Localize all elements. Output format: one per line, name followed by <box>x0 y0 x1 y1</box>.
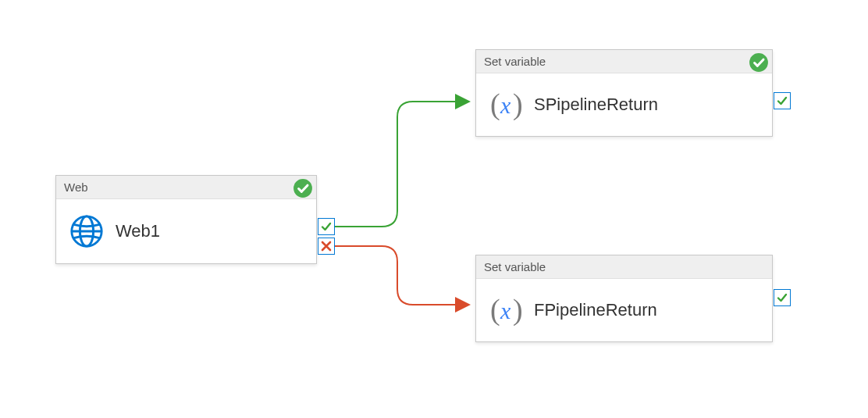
status-success-icon <box>749 52 769 73</box>
activity-name-label: SPipelineReturn <box>534 95 658 115</box>
activity-type-label: Web <box>64 180 88 194</box>
globe-icon <box>69 213 105 249</box>
variable-icon: ( x ) <box>489 88 523 122</box>
svg-point-4 <box>749 53 768 72</box>
activity-header: Set variable <box>476 255 772 279</box>
activity-header: Set variable <box>476 50 772 73</box>
success-port[interactable] <box>318 218 335 235</box>
activity-header: Web <box>56 176 316 199</box>
svg-text:): ) <box>513 88 523 121</box>
svg-point-0 <box>293 179 312 198</box>
connector-success <box>335 94 483 234</box>
failure-port[interactable] <box>318 238 335 255</box>
activity-body: Web1 <box>56 199 316 263</box>
activity-name-label: Web1 <box>116 221 160 241</box>
activity-web[interactable]: Web Web1 <box>55 175 317 264</box>
variable-icon: ( x ) <box>489 293 523 327</box>
success-port[interactable] <box>774 289 791 306</box>
activity-body: ( x ) SPipelineReturn <box>476 73 772 136</box>
success-port[interactable] <box>774 92 791 109</box>
activity-name-label: FPipelineReturn <box>534 300 657 320</box>
activity-type-label: Set variable <box>484 55 546 68</box>
svg-text:): ) <box>513 293 523 327</box>
activity-body: ( x ) FPipelineReturn <box>476 279 772 341</box>
connector-failure <box>335 242 483 313</box>
svg-text:x: x <box>500 92 511 118</box>
activity-set-variable-s[interactable]: Set variable ( x ) SPipelineReturn <box>475 49 773 137</box>
svg-text:x: x <box>500 298 511 323</box>
svg-text:(: ( <box>490 88 500 121</box>
activity-set-variable-f[interactable]: Set variable ( x ) FPipelineReturn <box>475 255 773 342</box>
activity-type-label: Set variable <box>484 260 546 273</box>
status-success-icon <box>293 178 313 198</box>
svg-text:(: ( <box>490 293 500 327</box>
